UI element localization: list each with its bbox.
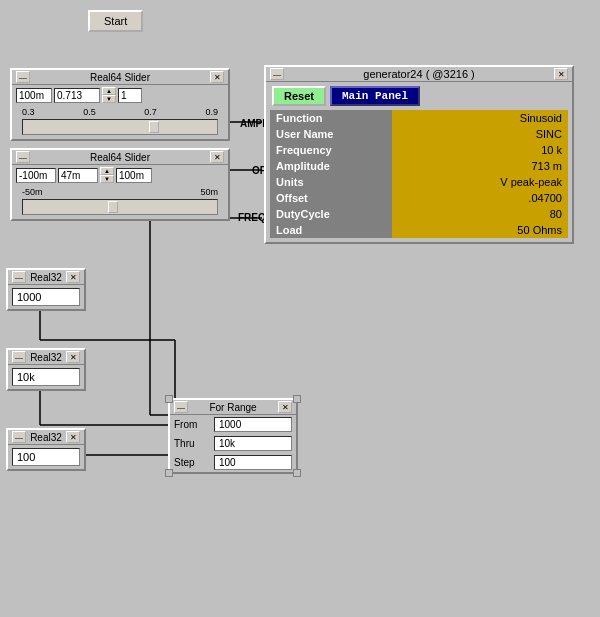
real32-2-title: — Real32 ✕ <box>8 350 84 365</box>
slider1-ticks: 0.3 0.5 0.7 0.9 <box>18 107 222 117</box>
slider2-track[interactable] <box>22 199 218 215</box>
slider1-spin-up[interactable]: ▲ <box>102 87 116 95</box>
row-load-value: 50 Ohms <box>392 222 568 238</box>
slider1-thumb[interactable] <box>149 121 159 133</box>
slider1-spinbox: ▲ ▼ <box>102 87 116 103</box>
for-range-title-text: For Range <box>188 402 278 413</box>
slider1-close[interactable]: ✕ <box>210 71 224 83</box>
slider2-value[interactable]: 47m <box>58 168 98 183</box>
for-range-step-label: Step <box>174 457 210 468</box>
slider2-spinbox: ▲ ▼ <box>100 167 114 183</box>
generator-minimize[interactable]: — <box>270 68 284 80</box>
for-range-thru-row: Thru 10k <box>170 434 296 453</box>
real32-2-title-text: Real32 <box>26 352 66 363</box>
for-range-from-value[interactable]: 1000 <box>214 417 292 432</box>
slider1-spin-down[interactable]: ▼ <box>102 95 116 103</box>
slider1-minimize[interactable]: — <box>16 71 30 83</box>
row-units-value: V peak-peak <box>392 174 568 190</box>
slider1-max[interactable]: 1 <box>118 88 142 103</box>
for-range-thru-label: Thru <box>174 438 210 449</box>
row-units-label: Units <box>270 174 392 190</box>
row-offset-label: Offset <box>270 190 392 206</box>
generator-title-bar: — generator24 ( @3216 ) ✕ <box>266 67 572 82</box>
real32-1-value[interactable]: 1000 <box>12 288 80 306</box>
slider2-panel: — Real64 Slider ✕ -100m 47m ▲ ▼ 100m -50… <box>10 148 230 221</box>
for-range-step-row: Step 100 <box>170 453 296 472</box>
main-panel-button[interactable]: Main Panel <box>330 86 420 106</box>
start-button[interactable]: Start <box>88 10 143 32</box>
slider2-tick-1: -50m <box>22 187 43 197</box>
generator-button-row: Reset Main Panel <box>266 82 572 110</box>
real32-1-close[interactable]: ✕ <box>66 271 80 283</box>
row-dutycycle-value: 80 <box>392 206 568 222</box>
corner-bl <box>165 469 173 477</box>
for-range-thru-value[interactable]: 10k <box>214 436 292 451</box>
reset-button[interactable]: Reset <box>272 86 326 106</box>
slider1-tick-4: 0.9 <box>205 107 218 117</box>
for-range-title-bar: — For Range ✕ <box>170 400 296 415</box>
row-offset-value: .04700 <box>392 190 568 206</box>
slider2-min[interactable]: -100m <box>16 168 56 183</box>
slider1-tick-3: 0.7 <box>144 107 157 117</box>
row-frequency-value: 10 k <box>392 142 568 158</box>
slider2-spin-down[interactable]: ▼ <box>100 175 114 183</box>
real32-1-minimize[interactable]: — <box>12 271 26 283</box>
real32-3-minimize[interactable]: — <box>12 431 26 443</box>
corner-br <box>293 469 301 477</box>
row-amplitude-label: Amplitude <box>270 158 392 174</box>
for-range-close[interactable]: ✕ <box>278 401 292 413</box>
generator-title: generator24 ( @3216 ) <box>284 68 554 80</box>
slider1-title-text: Real64 Slider <box>30 72 210 83</box>
row-username-value: SINC <box>392 126 568 142</box>
slider2-minimize[interactable]: — <box>16 151 30 163</box>
real32-3-title-text: Real32 <box>26 432 66 443</box>
generator-close[interactable]: ✕ <box>554 68 568 80</box>
generator-panel: — generator24 ( @3216 ) ✕ Reset Main Pan… <box>264 65 574 244</box>
slider2-controls: -100m 47m ▲ ▼ 100m <box>12 165 228 185</box>
real32-panel-3: — Real32 ✕ 100 <box>6 428 86 471</box>
table-row: User Name SINC <box>270 126 568 142</box>
table-row: Offset .04700 <box>270 190 568 206</box>
table-row: Function Sinusoid <box>270 110 568 126</box>
slider1-track[interactable] <box>22 119 218 135</box>
for-range-from-row: From 1000 <box>170 415 296 434</box>
slider1-min[interactable]: 100m <box>16 88 52 103</box>
for-range-minimize[interactable]: — <box>174 401 188 413</box>
slider1-tick-2: 0.5 <box>83 107 96 117</box>
row-frequency-label: Frequency <box>270 142 392 158</box>
slider1-track-area: 0.3 0.5 0.7 0.9 <box>12 105 228 139</box>
for-range-from-label: From <box>174 419 210 430</box>
corner-tl <box>165 395 173 403</box>
real32-1-title: — Real32 ✕ <box>8 270 84 285</box>
slider1-tick-1: 0.3 <box>22 107 35 117</box>
row-function-value: Sinusoid <box>392 110 568 126</box>
real32-3-value[interactable]: 100 <box>12 448 80 466</box>
real32-3-title: — Real32 ✕ <box>8 430 84 445</box>
slider1-controls: 100m 0.713 ▲ ▼ 1 <box>12 85 228 105</box>
slider2-title-text: Real64 Slider <box>30 152 210 163</box>
table-row: Frequency 10 k <box>270 142 568 158</box>
slider2-spin-up[interactable]: ▲ <box>100 167 114 175</box>
slider1-value[interactable]: 0.713 <box>54 88 100 103</box>
slider2-close[interactable]: ✕ <box>210 151 224 163</box>
table-row: Load 50 Ohms <box>270 222 568 238</box>
row-username-label: User Name <box>270 126 392 142</box>
row-load-label: Load <box>270 222 392 238</box>
real32-2-minimize[interactable]: — <box>12 351 26 363</box>
slider2-tick-2: 50m <box>200 187 218 197</box>
slider2-track-area: -50m 50m <box>12 185 228 219</box>
real32-2-value[interactable]: 10k <box>12 368 80 386</box>
slider2-thumb[interactable] <box>108 201 118 213</box>
real32-2-close[interactable]: ✕ <box>66 351 80 363</box>
slider2-title-bar: — Real64 Slider ✕ <box>12 150 228 165</box>
real32-1-title-text: Real32 <box>26 272 66 283</box>
slider2-max[interactable]: 100m <box>116 168 152 183</box>
real32-3-close[interactable]: ✕ <box>66 431 80 443</box>
row-function-label: Function <box>270 110 392 126</box>
slider2-ticks: -50m 50m <box>18 187 222 197</box>
slider1-panel: — Real64 Slider ✕ 100m 0.713 ▲ ▼ 1 0.3 0… <box>10 68 230 141</box>
generator-table: Function Sinusoid User Name SINC Frequen… <box>270 110 568 238</box>
slider1-title-bar: — Real64 Slider ✕ <box>12 70 228 85</box>
for-range-step-value[interactable]: 100 <box>214 455 292 470</box>
real32-panel-2: — Real32 ✕ 10k <box>6 348 86 391</box>
